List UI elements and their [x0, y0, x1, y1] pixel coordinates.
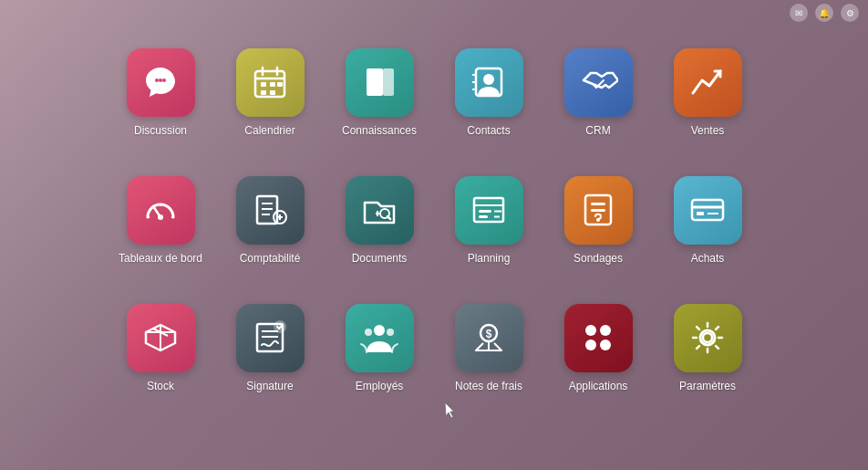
app-label-notes: Notes de frais [455, 380, 522, 392]
app-item-discussion[interactable]: Discussion [110, 48, 211, 167]
app-label-connaissances: Connaissances [342, 124, 417, 137]
app-label-ventes: Ventes [691, 124, 725, 137]
top-bar: ✉ 🔔 ⚙ [0, 0, 868, 26]
app-item-achats[interactable]: Achats [657, 176, 758, 295]
app-item-tableaux[interactable]: Tableaux de bord [110, 176, 211, 295]
app-label-planning: Planning [468, 252, 511, 265]
app-label-stock: Stock [147, 380, 174, 392]
app-label-tableaux: Tableaux de bord [119, 252, 202, 265]
app-icon-achats [674, 176, 742, 245]
app-icon-sondages [564, 176, 633, 245]
app-item-sondages[interactable]: Sondages [548, 176, 648, 295]
app-label-employes: Employés [356, 380, 404, 392]
app-icon-calendrier [236, 48, 305, 117]
app-label-discussion: Discussion [134, 124, 187, 137]
app-icon-signature [236, 304, 305, 372]
app-icon-ventes [674, 48, 742, 117]
app-label-documents: Documents [352, 252, 408, 265]
app-item-ventes[interactable]: Ventes [657, 48, 758, 167]
app-item-stock[interactable]: Stock [110, 304, 211, 423]
app-icon-connaissances [346, 48, 414, 117]
app-icon-planning [455, 176, 523, 245]
app-icon-crm [564, 48, 633, 117]
app-item-calendrier[interactable]: Calendrier [220, 48, 320, 167]
app-label-contacts: Contacts [467, 124, 510, 137]
app-icon-documents [346, 176, 414, 245]
app-label-parametres: Paramètres [679, 380, 736, 392]
app-icon-parametres [674, 304, 742, 372]
app-icon-applications [564, 304, 633, 372]
app-icon-notes [455, 304, 523, 372]
app-item-contacts[interactable]: Contacts [439, 48, 539, 167]
app-icon-tableaux [127, 176, 195, 245]
app-item-planning[interactable]: Planning [439, 176, 539, 295]
app-icon-comptabilite [236, 176, 305, 245]
app-icon-stock [127, 304, 195, 372]
app-item-signature[interactable]: Signature [220, 304, 320, 423]
apps-grid: DiscussionCalendrierConnaissancesContact… [92, 30, 776, 441]
app-item-notes[interactable]: Notes de frais [439, 304, 539, 423]
app-item-connaissances[interactable]: Connaissances [329, 48, 429, 167]
app-item-employes[interactable]: Employés [329, 304, 429, 423]
bell-icon[interactable]: 🔔 [815, 4, 833, 22]
app-label-achats: Achats [691, 252, 725, 265]
app-item-crm[interactable]: CRM [548, 48, 648, 167]
app-item-documents[interactable]: Documents [329, 176, 429, 295]
app-item-comptabilite[interactable]: Comptabilité [220, 176, 320, 295]
message-icon[interactable]: ✉ [790, 4, 808, 22]
app-icon-discussion [127, 48, 195, 117]
app-item-parametres[interactable]: Paramètres [657, 304, 758, 423]
app-label-signature: Signature [246, 380, 293, 392]
app-label-comptabilite: Comptabilité [240, 252, 301, 265]
app-label-calendrier: Calendrier [244, 124, 294, 137]
app-label-crm: CRM [585, 124, 610, 137]
app-item-applications[interactable]: Applications [548, 304, 648, 423]
app-label-applications: Applications [569, 380, 628, 392]
settings-icon[interactable]: ⚙ [841, 4, 859, 22]
app-label-sondages: Sondages [574, 252, 623, 265]
app-icon-contacts [455, 48, 523, 117]
app-icon-employes [346, 304, 414, 372]
